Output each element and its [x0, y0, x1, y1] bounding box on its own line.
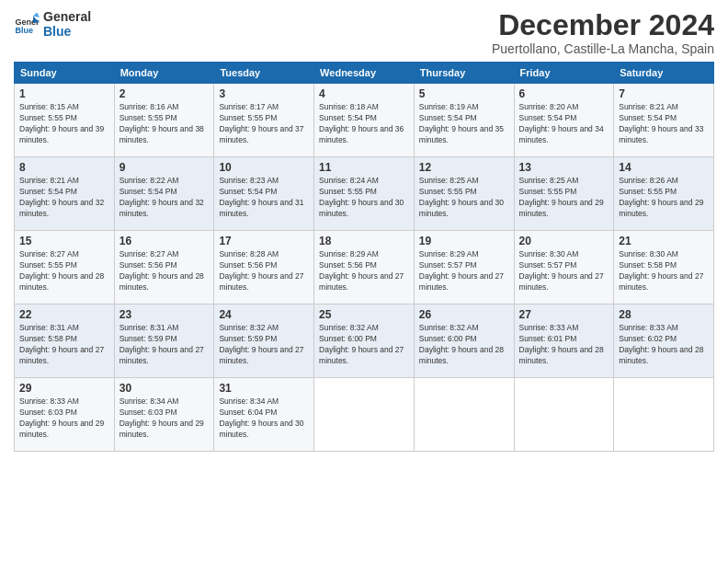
- table-row: 7 Sunrise: 8:21 AM Sunset: 5:54 PM Dayli…: [614, 84, 714, 157]
- day-info: Sunrise: 8:32 AM Sunset: 5:59 PM Dayligh…: [219, 323, 309, 367]
- day-number: 16: [119, 235, 210, 247]
- table-row: 31 Sunrise: 8:34 AM Sunset: 6:04 PM Dayl…: [214, 378, 314, 452]
- logo-general: General: [43, 9, 91, 24]
- logo-icon: General Blue: [14, 11, 40, 37]
- table-row: 30 Sunrise: 8:34 AM Sunset: 6:03 PM Dayl…: [114, 378, 214, 452]
- day-info: Sunrise: 8:33 AM Sunset: 6:03 PM Dayligh…: [19, 396, 109, 441]
- day-number: 25: [319, 308, 409, 321]
- col-sunday: Sunday: [15, 63, 115, 84]
- table-row: 13 Sunrise: 8:25 AM Sunset: 5:55 PM Dayl…: [514, 157, 614, 231]
- day-number: 13: [519, 161, 609, 174]
- table-row: [614, 378, 714, 452]
- day-number: 22: [19, 308, 109, 321]
- day-number: 5: [419, 87, 509, 100]
- title-area: December 2024 Puertollano, Castille-La M…: [492, 9, 714, 56]
- day-info: Sunrise: 8:23 AM Sunset: 5:54 PM Dayligh…: [219, 176, 309, 220]
- table-row: 26 Sunrise: 8:32 AM Sunset: 6:00 PM Dayl…: [414, 304, 514, 378]
- day-number: 21: [619, 235, 709, 247]
- day-info: Sunrise: 8:22 AM Sunset: 5:54 PM Dayligh…: [119, 176, 210, 220]
- table-row: 8 Sunrise: 8:21 AM Sunset: 5:54 PM Dayli…: [15, 157, 115, 231]
- day-info: Sunrise: 8:33 AM Sunset: 6:02 PM Dayligh…: [619, 323, 709, 367]
- table-row: 19 Sunrise: 8:29 AM Sunset: 5:57 PM Dayl…: [414, 231, 514, 304]
- col-saturday: Saturday: [614, 63, 714, 84]
- col-monday: Monday: [114, 63, 214, 84]
- day-number: 12: [419, 161, 509, 174]
- table-row: [514, 378, 614, 452]
- day-number: 28: [619, 308, 709, 321]
- day-info: Sunrise: 8:16 AM Sunset: 5:55 PM Dayligh…: [119, 102, 210, 146]
- table-row: 6 Sunrise: 8:20 AM Sunset: 5:54 PM Dayli…: [514, 84, 614, 157]
- day-number: 14: [619, 161, 709, 174]
- col-friday: Friday: [514, 63, 614, 84]
- col-thursday: Thursday: [414, 63, 514, 84]
- svg-marker-3: [33, 12, 40, 17]
- day-number: 18: [319, 235, 409, 247]
- day-number: 29: [19, 382, 109, 395]
- day-number: 17: [219, 235, 309, 247]
- day-info: Sunrise: 8:30 AM Sunset: 5:58 PM Dayligh…: [619, 249, 709, 293]
- day-number: 31: [219, 382, 309, 395]
- day-info: Sunrise: 8:15 AM Sunset: 5:55 PM Dayligh…: [19, 102, 109, 146]
- day-number: 15: [19, 235, 109, 247]
- day-number: 27: [519, 308, 609, 321]
- table-row: 3 Sunrise: 8:17 AM Sunset: 5:55 PM Dayli…: [214, 84, 314, 157]
- day-info: Sunrise: 8:21 AM Sunset: 5:54 PM Dayligh…: [19, 176, 109, 220]
- table-row: 25 Sunrise: 8:32 AM Sunset: 6:00 PM Dayl…: [314, 304, 415, 378]
- table-row: 18 Sunrise: 8:29 AM Sunset: 5:56 PM Dayl…: [314, 231, 415, 304]
- table-row: 21 Sunrise: 8:30 AM Sunset: 5:58 PM Dayl…: [614, 231, 714, 304]
- day-info: Sunrise: 8:34 AM Sunset: 6:03 PM Dayligh…: [119, 396, 210, 441]
- day-info: Sunrise: 8:17 AM Sunset: 5:55 PM Dayligh…: [219, 102, 309, 146]
- table-row: [414, 378, 514, 452]
- table-row: 16 Sunrise: 8:27 AM Sunset: 5:56 PM Dayl…: [114, 231, 214, 304]
- day-number: 6: [519, 87, 609, 100]
- day-info: Sunrise: 8:32 AM Sunset: 6:00 PM Dayligh…: [419, 323, 509, 367]
- col-tuesday: Tuesday: [214, 63, 314, 84]
- table-row: 5 Sunrise: 8:19 AM Sunset: 5:54 PM Dayli…: [414, 84, 514, 157]
- day-info: Sunrise: 8:30 AM Sunset: 5:57 PM Dayligh…: [519, 249, 609, 293]
- day-number: 7: [619, 87, 709, 100]
- table-row: [314, 378, 415, 452]
- calendar-table: Sunday Monday Tuesday Wednesday Thursday…: [14, 62, 714, 452]
- day-info: Sunrise: 8:19 AM Sunset: 5:54 PM Dayligh…: [419, 102, 509, 146]
- day-number: 24: [219, 308, 309, 321]
- day-number: 1: [19, 87, 109, 100]
- table-row: 27 Sunrise: 8:33 AM Sunset: 6:01 PM Dayl…: [514, 304, 614, 378]
- month-title: December 2024: [492, 9, 714, 41]
- day-info: Sunrise: 8:25 AM Sunset: 5:55 PM Dayligh…: [419, 176, 509, 220]
- day-number: 4: [319, 87, 409, 100]
- logo: General Blue General Blue: [14, 9, 91, 39]
- table-row: 20 Sunrise: 8:30 AM Sunset: 5:57 PM Dayl…: [514, 231, 614, 304]
- day-info: Sunrise: 8:34 AM Sunset: 6:04 PM Dayligh…: [219, 396, 309, 441]
- day-number: 2: [119, 87, 210, 100]
- table-row: 23 Sunrise: 8:31 AM Sunset: 5:59 PM Dayl…: [114, 304, 214, 378]
- table-row: 12 Sunrise: 8:25 AM Sunset: 5:55 PM Dayl…: [414, 157, 514, 231]
- day-info: Sunrise: 8:31 AM Sunset: 5:59 PM Dayligh…: [119, 323, 210, 367]
- table-row: 11 Sunrise: 8:24 AM Sunset: 5:55 PM Dayl…: [314, 157, 415, 231]
- day-info: Sunrise: 8:28 AM Sunset: 5:56 PM Dayligh…: [219, 249, 309, 293]
- col-wednesday: Wednesday: [314, 63, 415, 84]
- day-info: Sunrise: 8:18 AM Sunset: 5:54 PM Dayligh…: [319, 102, 409, 146]
- table-row: 22 Sunrise: 8:31 AM Sunset: 5:58 PM Dayl…: [15, 304, 115, 378]
- day-number: 8: [19, 161, 109, 174]
- table-row: 2 Sunrise: 8:16 AM Sunset: 5:55 PM Dayli…: [114, 84, 214, 157]
- table-row: 29 Sunrise: 8:33 AM Sunset: 6:03 PM Dayl…: [15, 378, 115, 452]
- day-info: Sunrise: 8:27 AM Sunset: 5:56 PM Dayligh…: [119, 249, 210, 293]
- header: General Blue General Blue December 2024 …: [14, 9, 714, 56]
- day-number: 3: [219, 87, 309, 100]
- day-number: 23: [119, 308, 210, 321]
- table-row: 1 Sunrise: 8:15 AM Sunset: 5:55 PM Dayli…: [15, 84, 115, 157]
- day-number: 19: [419, 235, 509, 247]
- day-info: Sunrise: 8:33 AM Sunset: 6:01 PM Dayligh…: [519, 323, 609, 367]
- day-info: Sunrise: 8:26 AM Sunset: 5:55 PM Dayligh…: [619, 176, 709, 220]
- svg-text:Blue: Blue: [15, 26, 33, 35]
- table-row: 4 Sunrise: 8:18 AM Sunset: 5:54 PM Dayli…: [314, 84, 415, 157]
- page: General Blue General Blue December 2024 …: [0, 0, 728, 563]
- day-info: Sunrise: 8:31 AM Sunset: 5:58 PM Dayligh…: [19, 323, 109, 367]
- day-info: Sunrise: 8:29 AM Sunset: 5:57 PM Dayligh…: [419, 249, 509, 293]
- table-row: 9 Sunrise: 8:22 AM Sunset: 5:54 PM Dayli…: [114, 157, 214, 231]
- day-number: 10: [219, 161, 309, 174]
- day-number: 11: [319, 161, 409, 174]
- day-info: Sunrise: 8:27 AM Sunset: 5:55 PM Dayligh…: [19, 249, 109, 293]
- logo-blue: Blue: [43, 24, 91, 39]
- table-row: 14 Sunrise: 8:26 AM Sunset: 5:55 PM Dayl…: [614, 157, 714, 231]
